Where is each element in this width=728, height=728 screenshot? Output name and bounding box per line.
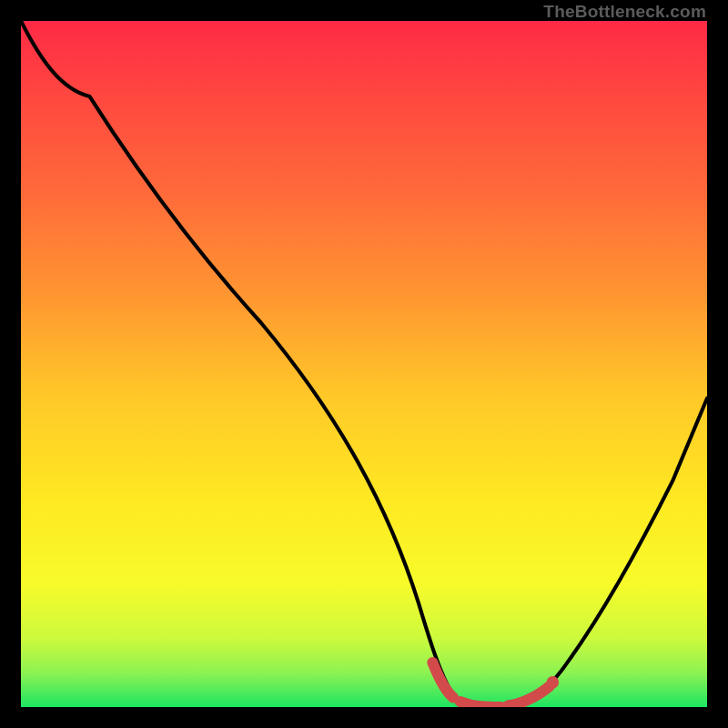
watermark-text: TheBottleneck.com [543, 2, 706, 22]
trough-highlight [432, 662, 549, 707]
plot-area [21, 21, 707, 707]
curve-path [21, 21, 707, 707]
trough-end-dot [547, 676, 560, 689]
bottleneck-curve [21, 21, 707, 707]
chart-frame: TheBottleneck.com [0, 0, 728, 728]
